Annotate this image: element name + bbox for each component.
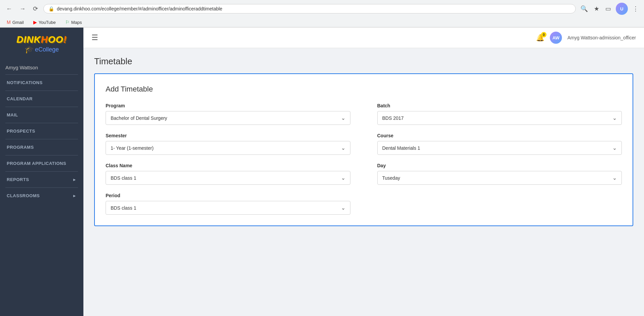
graduation-cap-icon: 🎓	[25, 45, 34, 54]
app-wrapper: DINKHOO! 🎓 eCollege Amyg Wattson NOTIFIC…	[0, 28, 644, 316]
day-group: Day Tuseday ⌄	[377, 163, 622, 185]
mail-label: MAIL	[7, 112, 18, 117]
program-select[interactable]: Bachelor of Dental Surgery ⌄	[106, 111, 350, 125]
day-value: Tuseday	[382, 175, 400, 181]
class-name-value: BDS class 1	[111, 175, 136, 181]
course-chevron-icon: ⌄	[612, 145, 617, 151]
calendar-label: CALENDAR	[7, 96, 33, 101]
sidebar-item-reports[interactable]: REPORTS ►	[0, 172, 83, 187]
ecollege-text: eCollege	[35, 46, 59, 53]
user-avatar-top[interactable]: AW	[550, 32, 562, 44]
reports-arrow-icon: ►	[73, 177, 77, 182]
reports-label: REPORTS	[7, 177, 29, 182]
sidebar-item-calendar[interactable]: CALENDAR	[0, 91, 83, 107]
browser-chrome: ← → ⟳ 🔒 devang.dinkhoo.com/ecollege/memb…	[0, 0, 644, 28]
sidebar-item-prospects[interactable]: PROSPECTS	[0, 123, 83, 139]
program-value: Bachelor of Dental Surgery	[111, 115, 167, 121]
semester-select[interactable]: 1- Year (1-semester) ⌄	[106, 141, 350, 155]
course-label: Course	[377, 133, 622, 138]
sidebar-user: Amyg Wattson	[0, 61, 83, 74]
user-name-top: Amyg Wattson-admission_officer	[567, 35, 636, 40]
classrooms-arrow-icon: ►	[73, 194, 77, 198]
hamburger-button[interactable]: ☰	[91, 33, 98, 42]
card-title: Add Timetable	[106, 85, 622, 94]
menu-button[interactable]: ⋮	[631, 4, 640, 14]
batch-group: Batch BDS 2017 ⌄	[377, 103, 622, 125]
bookmark-gmail[interactable]: M Gmail	[5, 19, 25, 26]
youtube-icon: ▶	[33, 20, 37, 25]
sidebar-nav: NOTIFICATIONS CALENDAR MAIL PROSPECTS PR…	[0, 74, 83, 316]
address-bar[interactable]: 🔒 devang.dinkhoo.com/ecollege/member/#/a…	[43, 4, 576, 13]
program-label: Program	[106, 103, 350, 108]
top-bar: ☰ 🔔 0 AW Amyg Wattson-admission_officer	[83, 28, 644, 48]
semester-value: 1- Year (1-semester)	[111, 145, 154, 151]
logo-dinkhoo: DINKHOO!	[5, 34, 78, 45]
batch-label: Batch	[377, 103, 622, 108]
class-name-chevron-icon: ⌄	[341, 175, 345, 181]
gmail-label: Gmail	[12, 20, 24, 25]
course-value: Dental Materials 1	[382, 145, 420, 151]
day-chevron-icon: ⌄	[612, 175, 617, 181]
gmail-icon: M	[7, 20, 11, 25]
programs-label: PROGRAMS	[7, 145, 34, 150]
period-select[interactable]: BDS class 1 ⌄	[106, 201, 350, 215]
bookmarks-bar: M Gmail ▶ YouTube ⚐ Maps	[0, 17, 644, 27]
day-label: Day	[377, 163, 622, 168]
course-select[interactable]: Dental Materials 1 ⌄	[377, 141, 622, 155]
notifications-label: NOTIFICATIONS	[7, 80, 43, 85]
browser-toolbar: ← → ⟳ 🔒 devang.dinkhoo.com/ecollege/memb…	[0, 0, 644, 17]
sidebar-item-notifications[interactable]: NOTIFICATIONS	[0, 75, 83, 91]
batch-select[interactable]: BDS 2017 ⌄	[377, 111, 622, 125]
maps-icon: ⚐	[65, 20, 70, 25]
sidebar-toggle-button[interactable]: ▭	[604, 4, 612, 14]
bookmark-button[interactable]: ★	[593, 4, 601, 14]
sidebar-username: Amyg Wattson	[5, 65, 38, 70]
maps-label: Maps	[71, 20, 82, 25]
semester-group: Semester 1- Year (1-semester) ⌄	[106, 133, 350, 155]
main-content: ☰ 🔔 0 AW Amyg Wattson-admission_officer …	[83, 28, 644, 316]
program-chevron-icon: ⌄	[341, 115, 345, 121]
bookmark-maps[interactable]: ⚐ Maps	[64, 19, 83, 26]
back-button[interactable]: ←	[4, 4, 14, 14]
prospects-label: PROSPECTS	[7, 129, 35, 134]
notification-badge: 0	[541, 32, 546, 37]
sidebar-item-classrooms[interactable]: CLASSROOMS ►	[0, 188, 83, 204]
search-button[interactable]: 🔍	[579, 4, 589, 14]
sidebar-item-program-applications[interactable]: PROGRAM APPLICATIONS	[0, 155, 83, 171]
period-chevron-icon: ⌄	[341, 205, 345, 211]
top-bar-right: 🔔 0 AW Amyg Wattson-admission_officer	[536, 32, 636, 44]
notification-bell[interactable]: 🔔 0	[536, 34, 544, 42]
course-group: Course Dental Materials 1 ⌄	[377, 133, 622, 155]
class-name-select[interactable]: BDS class 1 ⌄	[106, 171, 350, 185]
program-applications-label: PROGRAM APPLICATIONS	[7, 161, 66, 166]
period-value: BDS class 1	[111, 205, 136, 211]
classrooms-label: CLASSROOMS	[7, 193, 40, 198]
logo-ecollege: 🎓 eCollege	[5, 45, 78, 54]
semester-label: Semester	[106, 133, 350, 138]
sidebar: DINKHOO! 🎓 eCollege Amyg Wattson NOTIFIC…	[0, 28, 83, 316]
day-select[interactable]: Tuseday ⌄	[377, 171, 622, 185]
form-grid: Program Bachelor of Dental Surgery ⌄ Bat…	[106, 103, 622, 215]
toolbar-icons: 🔍 ★ ▭ U ⋮	[579, 3, 640, 15]
url-text: devang.dinkhoo.com/ecollege/member/#/adm…	[57, 6, 571, 11]
sidebar-item-mail[interactable]: MAIL	[0, 107, 83, 123]
bookmark-youtube[interactable]: ▶ YouTube	[32, 19, 57, 26]
empty-grid-cell	[377, 193, 622, 215]
forward-button[interactable]: →	[17, 4, 28, 14]
youtube-label: YouTube	[39, 20, 56, 25]
period-group: Period BDS class 1 ⌄	[106, 193, 350, 215]
profile-avatar[interactable]: U	[616, 3, 628, 15]
reload-button[interactable]: ⟳	[31, 4, 40, 14]
security-icon: 🔒	[48, 6, 54, 11]
batch-chevron-icon: ⌄	[612, 115, 617, 121]
class-name-label: Class Name	[106, 163, 350, 168]
period-label: Period	[106, 193, 350, 198]
sidebar-logo: DINKHOO! 🎓 eCollege	[0, 28, 83, 61]
page-title: Timetable	[94, 56, 633, 67]
page-content: Timetable Add Timetable Program Bachelor…	[83, 48, 644, 316]
batch-value: BDS 2017	[382, 115, 404, 121]
program-group: Program Bachelor of Dental Surgery ⌄	[106, 103, 350, 125]
sidebar-item-programs[interactable]: PROGRAMS	[0, 139, 83, 155]
semester-chevron-icon: ⌄	[341, 145, 345, 151]
class-name-group: Class Name BDS class 1 ⌄	[106, 163, 350, 185]
